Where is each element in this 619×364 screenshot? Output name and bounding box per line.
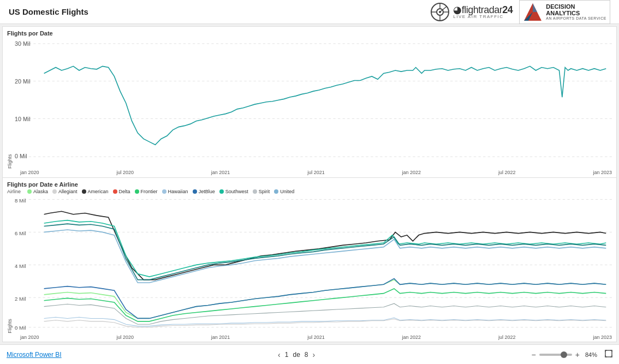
pagination: ‹ 1 de 8 › [278,350,315,359]
x-tick: jul 2022 [498,335,516,340]
chart2-y-label: Flights [7,196,13,333]
zoom-out-button[interactable]: − [532,350,536,359]
da-icon [523,2,543,22]
jetblue-label: JetBlue [199,189,215,194]
zoom-controls: − + 84% [532,350,612,359]
fr24-text: ◕flightradar24 LIVE AIR TRAFFIC [453,5,513,19]
fr24-icon [430,2,450,22]
chart1-section: Flights por Date Flights 30 Mil 20 Mil 1… [3,27,616,178]
chart1-x-axis: jan 2020 jul 2020 jan 2021 jul 2021 jan … [7,169,612,175]
spirit-label: Spirit [259,189,270,194]
fullscreen-button[interactable] [605,350,612,359]
prev-page-button[interactable]: ‹ [278,350,281,359]
svg-text:2 Mil: 2 Mil [15,296,26,302]
fullscreen-icon [605,350,612,357]
da-sub-text: AN AIRPORTS DATA SERVICE [546,16,606,20]
header: US Domestic Flights ◕flightradar24 [0,0,619,24]
x-tick: jan 2020 [20,335,39,340]
next-page-button[interactable]: › [313,350,316,359]
allegiant-label: Allegiant [58,189,78,194]
chart2-inner: 8 Mil 6 Mil 4 Mil 2 Mil 0 Mil [15,196,612,333]
jetblue-dot [193,189,197,194]
flightradar24-logo: ◕flightradar24 LIVE AIR TRAFFIC [430,2,513,22]
zoom-percent: 84% [585,351,597,358]
legend-hawaiian: Hawaiian [162,189,188,194]
chart2-svg: 8 Mil 6 Mil 4 Mil 2 Mil 0 Mil [15,196,612,333]
delta-dot [113,189,117,194]
chart1-y-label: Flights [7,38,13,169]
legend-allegiant: Allegiant [52,189,78,194]
chart1-svg: 30 Mil 20 Mil 10 Mil 0 Mil [15,38,612,169]
x-tick: jan 2021 [211,170,230,175]
chart1-inner: 30 Mil 20 Mil 10 Mil 0 Mil [15,38,612,169]
southwest-dot [219,189,224,194]
southwest-label: Southwest [225,189,248,194]
da-text: DECISIONANALYTICS AN AIRPORTS DATA SERVI… [546,3,606,20]
main-container: US Domestic Flights ◕flightradar24 [0,0,619,364]
chart2-title: Flights por Date e Airline [7,181,612,188]
svg-text:10 Mil: 10 Mil [15,116,31,122]
legend-jetblue: JetBlue [193,189,215,194]
legend-spirit: Spirit [253,189,270,194]
spirit-dot [253,189,257,194]
united-dot [274,189,278,194]
fr24-sub-text: LIVE AIR TRAFFIC [453,15,513,19]
x-tick: jan 2020 [20,170,39,175]
alaska-label: Alaska [33,189,48,194]
chart1-area: Flights 30 Mil 20 Mil 10 Mil 0 Mil [7,38,612,169]
chart2-legend: Airline Alaska Allegiant American Delta [7,189,612,194]
page-sep: de [293,351,300,359]
x-tick: jan 2022 [402,170,421,175]
american-dot [82,189,86,194]
x-tick: jul 2021 [307,170,325,175]
legend-delta: Delta [113,189,130,194]
zoom-thumb [561,351,567,358]
x-tick: jul 2022 [498,170,516,175]
chart1-title: Flights por Date [7,30,612,37]
decision-analytics-logo: DECISIONANALYTICS AN AIRPORTS DATA SERVI… [519,0,610,24]
chart2-area: Flights 8 Mil 6 Mil 4 Mil 2 Mil [7,196,612,333]
x-tick: jul 2021 [307,335,325,340]
charts-area: Flights por Date Flights 30 Mil 20 Mil 1… [2,26,617,342]
x-tick: jan 2022 [402,335,421,340]
svg-text:4 Mil: 4 Mil [15,263,26,269]
chart2-x-axis: jan 2020 jul 2020 jan 2021 jul 2021 jan … [7,333,612,340]
x-tick: jan 2023 [593,170,612,175]
x-tick: jul 2020 [116,170,134,175]
chart2-section: Flights por Date e Airline Airline Alask… [3,178,616,342]
svg-marker-9 [533,3,537,12]
hawaiian-label: Hawaiian [168,189,188,194]
delta-label: Delta [119,189,130,194]
svg-text:30 Mil: 30 Mil [15,40,31,47]
x-tick: jan 2021 [211,335,230,340]
zoom-in-button[interactable]: + [575,350,580,359]
svg-rect-28 [605,350,612,357]
svg-text:8 Mil: 8 Mil [15,198,26,204]
legend-american: American [82,189,109,194]
american-label: American [88,189,109,194]
page-total: 8 [305,351,308,359]
allegiant-dot [52,189,57,194]
united-label: United [280,189,294,194]
x-tick: jul 2020 [116,335,134,340]
legend-southwest: Southwest [219,189,248,194]
svg-text:0 Mil: 0 Mil [15,153,27,159]
bottom-bar: Microsoft Power BI ‹ 1 de 8 › − + 84% [0,344,619,364]
svg-text:6 Mil: 6 Mil [15,230,26,236]
alaska-dot [27,189,32,194]
page-current: 1 [285,351,289,359]
legend-alaska: Alaska [27,189,48,194]
hawaiian-dot [162,189,166,194]
legend-frontier: Frontier [135,189,158,194]
legend-label: Airline [7,189,21,194]
page-title: US Domestic Flights [9,7,88,16]
zoom-slider[interactable] [539,354,572,356]
power-bi-link[interactable]: Microsoft Power BI [7,351,62,359]
logos-area: ◕flightradar24 LIVE AIR TRAFFIC DECISION… [430,0,610,24]
legend-united: United [274,189,294,194]
frontier-dot [135,189,139,194]
x-tick: jan 2023 [593,335,612,340]
frontier-label: Frontier [141,189,158,194]
svg-text:0 Mil: 0 Mil [15,325,26,331]
da-brand-text: DECISIONANALYTICS [546,3,606,16]
